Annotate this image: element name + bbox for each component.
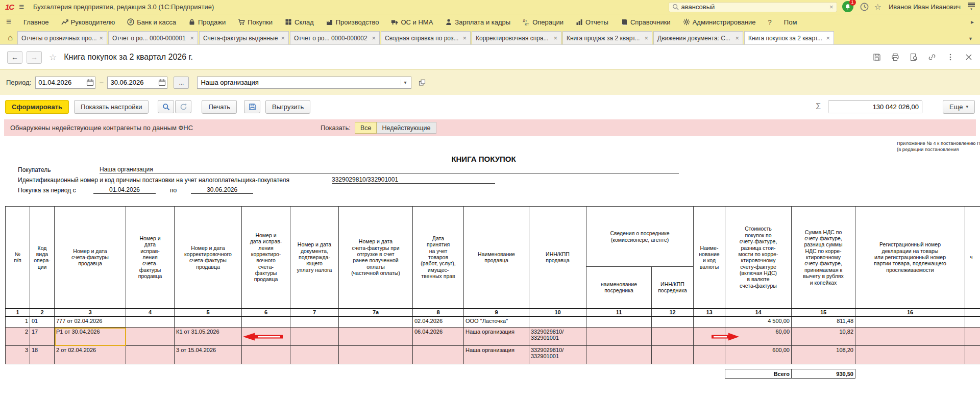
table-cell[interactable]: 811,48 bbox=[792, 316, 855, 328]
get-link-icon[interactable] bbox=[928, 53, 936, 61]
table-cell[interactable]: 2 bbox=[6, 328, 30, 346]
table-cell[interactable]: 10,82 bbox=[792, 328, 855, 346]
menu-item-4[interactable]: Покупки bbox=[238, 18, 273, 26]
organization-field[interactable]: ▾ bbox=[197, 77, 411, 89]
menu-item-14[interactable]: Пом bbox=[784, 18, 797, 26]
table-cell[interactable]: 3 bbox=[6, 346, 30, 364]
table-cell[interactable] bbox=[126, 346, 175, 364]
generate-button[interactable]: Сформировать bbox=[5, 100, 69, 114]
table-cell[interactable] bbox=[855, 346, 965, 364]
save-icon[interactable] bbox=[873, 53, 881, 61]
table-cell[interactable] bbox=[855, 328, 965, 346]
date-from-field[interactable] bbox=[35, 77, 95, 89]
save-result-button[interactable] bbox=[244, 100, 260, 113]
table-cell[interactable]: 108,20 bbox=[792, 346, 855, 364]
open-organization-icon[interactable] bbox=[419, 79, 426, 86]
table-cell[interactable]: 2 от 02.04.2026 bbox=[55, 346, 126, 364]
table-cell[interactable] bbox=[652, 328, 694, 346]
tab-close-icon[interactable]: × bbox=[644, 34, 648, 42]
date-to-input[interactable] bbox=[110, 79, 152, 86]
menu-item-9[interactable]: ДтКтОперации bbox=[523, 18, 564, 26]
table-cell[interactable] bbox=[175, 316, 242, 328]
table-cell[interactable]: 4 500,00 bbox=[725, 316, 792, 328]
menu-item-7[interactable]: ОС и НМА bbox=[391, 18, 433, 26]
menu-item-13[interactable]: ? bbox=[768, 18, 772, 26]
table-cell[interactable]: 3 от 15.04.2026 bbox=[175, 346, 242, 364]
menu-item-12[interactable]: Администрирование bbox=[683, 18, 756, 26]
table-cell[interactable] bbox=[290, 346, 339, 364]
table-cell[interactable] bbox=[290, 328, 339, 346]
tab-close-icon[interactable]: × bbox=[190, 34, 194, 42]
calendar-icon[interactable] bbox=[86, 79, 94, 86]
table-cell[interactable] bbox=[652, 346, 694, 364]
table-cell[interactable]: 06.04.2026 bbox=[413, 328, 464, 346]
table-cell[interactable] bbox=[694, 316, 725, 328]
tab-2[interactable]: Счета-фактуры выданные× bbox=[199, 31, 289, 44]
table-cell[interactable]: ООО "Ласточка" bbox=[464, 316, 529, 328]
tab-close-icon[interactable]: × bbox=[462, 34, 467, 42]
table-cell[interactable]: Наша организация bbox=[464, 328, 529, 346]
table-cell[interactable] bbox=[855, 316, 965, 328]
table-cell[interactable]: Р1 от 30.04.2026 bbox=[55, 328, 126, 346]
favorites-star-icon[interactable]: ☆ bbox=[874, 2, 881, 12]
search-input[interactable] bbox=[681, 3, 827, 11]
tab-3[interactable]: Отчет о ро... 0000-000002× bbox=[290, 31, 380, 44]
tab-7[interactable]: Движения документа: С...× bbox=[653, 31, 743, 44]
refresh-button[interactable] bbox=[175, 100, 191, 113]
show-all-toggle[interactable]: Все bbox=[355, 122, 377, 134]
table-cell[interactable]: 02.04.2026 bbox=[413, 316, 464, 328]
table-cell[interactable] bbox=[965, 328, 980, 346]
table-cell[interactable]: 18 bbox=[30, 346, 55, 364]
tab-close-icon[interactable]: × bbox=[553, 34, 557, 42]
menu-item-3[interactable]: Продажи bbox=[188, 18, 226, 26]
table-cell[interactable] bbox=[339, 346, 413, 364]
table-cell[interactable] bbox=[694, 346, 725, 364]
tab-6[interactable]: Книга продаж за 2 кварт...× bbox=[562, 31, 652, 44]
table-cell[interactable] bbox=[126, 328, 175, 346]
menu-item-8[interactable]: Зарплата и кадры bbox=[445, 18, 510, 26]
chevron-down-icon[interactable]: ▾ bbox=[401, 80, 409, 85]
find-button[interactable] bbox=[158, 100, 174, 113]
tab-list-dropdown-icon[interactable]: ▼ bbox=[968, 36, 977, 44]
table-cell[interactable]: 600,00 bbox=[725, 346, 792, 364]
table-cell[interactable] bbox=[126, 316, 175, 328]
total-label-cell[interactable]: Всего bbox=[725, 369, 792, 379]
date-from-input[interactable] bbox=[38, 79, 80, 86]
table-cell[interactable] bbox=[290, 316, 339, 328]
main-menu-hamburger-icon[interactable]: ≡ bbox=[19, 2, 24, 12]
global-search[interactable]: × bbox=[669, 2, 837, 12]
tab-4[interactable]: Сводная справка по роз...× bbox=[381, 31, 471, 44]
tab-0[interactable]: Отчеты о розничных про...× bbox=[17, 31, 107, 44]
tab-close-icon[interactable]: × bbox=[735, 34, 739, 42]
menu-item-11[interactable]: Справочники bbox=[621, 18, 671, 26]
menu-item-2[interactable]: ₽Банк и касса bbox=[127, 18, 176, 26]
tab-close-icon[interactable]: × bbox=[281, 34, 285, 42]
menu-scroll-right-icon[interactable]: ▸ bbox=[971, 18, 974, 26]
table-cell[interactable] bbox=[965, 346, 980, 364]
show-inactive-toggle[interactable]: Недействующие bbox=[377, 122, 436, 134]
user-menu-icon[interactable]: ▾ bbox=[968, 3, 975, 11]
tab-8[interactable]: Книга покупок за 2 кварт...× bbox=[744, 31, 834, 44]
table-cell[interactable]: 777 от 02.04.2026 bbox=[55, 316, 126, 328]
close-icon[interactable] bbox=[965, 53, 973, 61]
table-cell[interactable]: 60,00 bbox=[725, 328, 792, 346]
calendar-icon[interactable] bbox=[158, 79, 166, 86]
table-cell[interactable]: 3329029810/ 332901001 bbox=[529, 328, 586, 346]
back-button[interactable]: ← bbox=[7, 51, 22, 64]
organization-input[interactable] bbox=[201, 79, 401, 86]
menu-item-0[interactable]: Главное bbox=[23, 18, 49, 26]
table-cell[interactable] bbox=[242, 328, 290, 346]
print-icon[interactable] bbox=[891, 53, 899, 61]
table-cell[interactable] bbox=[965, 316, 980, 328]
user-name[interactable]: Иванов Иван Иванович bbox=[889, 3, 961, 11]
print-preview-icon[interactable] bbox=[910, 53, 918, 61]
autosum-input[interactable] bbox=[828, 101, 922, 113]
date-to-field[interactable] bbox=[107, 77, 167, 89]
home-tab-icon[interactable]: ⌂ bbox=[3, 31, 17, 44]
sections-hamburger-icon[interactable]: ≡ bbox=[6, 17, 11, 27]
table-cell[interactable]: К1 от 31.05.2026 bbox=[175, 328, 242, 346]
table-cell[interactable] bbox=[339, 328, 413, 346]
forward-button[interactable]: → bbox=[27, 51, 42, 64]
notifications-button[interactable]: 1 bbox=[842, 1, 854, 13]
clear-search-icon[interactable]: × bbox=[829, 3, 834, 11]
